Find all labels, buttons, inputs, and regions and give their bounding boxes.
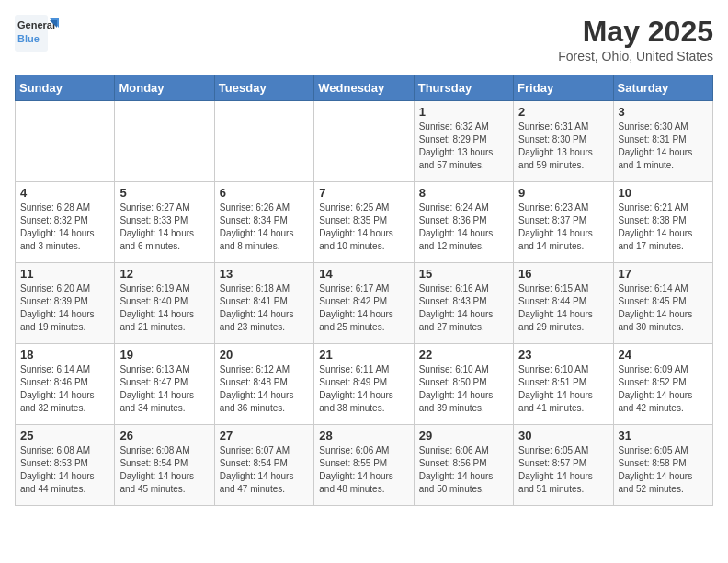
day-info: Sunrise: 6:10 AM Sunset: 8:50 PM Dayligh… bbox=[419, 363, 508, 415]
calendar-cell: 3Sunrise: 6:30 AM Sunset: 8:31 PM Daylig… bbox=[613, 101, 712, 182]
calendar-week-row: 4Sunrise: 6:28 AM Sunset: 8:32 PM Daylig… bbox=[16, 182, 713, 263]
calendar-cell: 8Sunrise: 6:24 AM Sunset: 8:36 PM Daylig… bbox=[414, 182, 513, 263]
day-info: Sunrise: 6:09 AM Sunset: 8:52 PM Dayligh… bbox=[619, 363, 708, 415]
day-number: 16 bbox=[518, 267, 608, 281]
calendar-cell: 9Sunrise: 6:23 AM Sunset: 8:37 PM Daylig… bbox=[514, 182, 613, 263]
day-number: 14 bbox=[319, 267, 408, 281]
calendar-cell: 29Sunrise: 6:06 AM Sunset: 8:56 PM Dayli… bbox=[414, 425, 513, 506]
day-number: 30 bbox=[518, 429, 608, 442]
calendar-cell: 30Sunrise: 6:05 AM Sunset: 8:57 PM Dayli… bbox=[514, 425, 613, 506]
calendar-cell: 2Sunrise: 6:31 AM Sunset: 8:30 PM Daylig… bbox=[514, 101, 613, 182]
calendar-cell: 16Sunrise: 6:15 AM Sunset: 8:44 PM Dayli… bbox=[514, 263, 613, 344]
weekday-header: Saturday bbox=[613, 75, 712, 101]
calendar-week-row: 1Sunrise: 6:32 AM Sunset: 8:29 PM Daylig… bbox=[16, 101, 713, 182]
day-number: 9 bbox=[518, 186, 608, 200]
calendar-cell bbox=[115, 101, 214, 182]
day-number: 3 bbox=[619, 105, 708, 119]
day-info: Sunrise: 6:06 AM Sunset: 8:56 PM Dayligh… bbox=[419, 444, 508, 496]
svg-text:Blue: Blue bbox=[17, 33, 40, 44]
day-info: Sunrise: 6:05 AM Sunset: 8:58 PM Dayligh… bbox=[619, 444, 708, 496]
calendar-cell: 22Sunrise: 6:10 AM Sunset: 8:50 PM Dayli… bbox=[414, 344, 513, 425]
day-number: 6 bbox=[220, 186, 309, 200]
page-header: General Blue May 2025 Forest, Ohio, Unit… bbox=[15, 15, 713, 63]
day-info: Sunrise: 6:19 AM Sunset: 8:40 PM Dayligh… bbox=[119, 282, 209, 334]
day-info: Sunrise: 6:05 AM Sunset: 8:57 PM Dayligh… bbox=[518, 444, 608, 496]
day-info: Sunrise: 6:10 AM Sunset: 8:51 PM Dayligh… bbox=[518, 363, 608, 415]
logo: General Blue bbox=[15, 15, 70, 53]
day-number: 31 bbox=[619, 429, 708, 442]
day-number: 17 bbox=[619, 267, 708, 281]
calendar-week-row: 25Sunrise: 6:08 AM Sunset: 8:53 PM Dayli… bbox=[16, 425, 713, 506]
calendar-cell bbox=[214, 101, 313, 182]
day-number: 29 bbox=[419, 429, 508, 442]
day-number: 19 bbox=[119, 348, 209, 362]
calendar-cell: 1Sunrise: 6:32 AM Sunset: 8:29 PM Daylig… bbox=[414, 101, 513, 182]
day-number: 8 bbox=[419, 186, 508, 200]
calendar-cell: 17Sunrise: 6:14 AM Sunset: 8:45 PM Dayli… bbox=[613, 263, 712, 344]
day-info: Sunrise: 6:21 AM Sunset: 8:38 PM Dayligh… bbox=[619, 201, 708, 253]
day-number: 7 bbox=[319, 186, 408, 200]
weekday-header: Thursday bbox=[414, 75, 513, 101]
calendar-table: SundayMondayTuesdayWednesdayThursdayFrid… bbox=[15, 75, 713, 506]
day-number: 23 bbox=[518, 348, 608, 362]
calendar-cell: 11Sunrise: 6:20 AM Sunset: 8:39 PM Dayli… bbox=[16, 263, 115, 344]
calendar-cell: 31Sunrise: 6:05 AM Sunset: 8:58 PM Dayli… bbox=[613, 425, 712, 506]
calendar-cell: 5Sunrise: 6:27 AM Sunset: 8:33 PM Daylig… bbox=[115, 182, 214, 263]
calendar-cell: 13Sunrise: 6:18 AM Sunset: 8:41 PM Dayli… bbox=[214, 263, 313, 344]
calendar-cell: 15Sunrise: 6:16 AM Sunset: 8:43 PM Dayli… bbox=[414, 263, 513, 344]
location-text: Forest, Ohio, United States bbox=[558, 49, 713, 63]
day-number: 26 bbox=[119, 429, 209, 442]
calendar-cell: 27Sunrise: 6:07 AM Sunset: 8:54 PM Dayli… bbox=[214, 425, 313, 506]
day-info: Sunrise: 6:25 AM Sunset: 8:35 PM Dayligh… bbox=[319, 201, 408, 253]
day-info: Sunrise: 6:14 AM Sunset: 8:45 PM Dayligh… bbox=[619, 282, 708, 334]
day-info: Sunrise: 6:13 AM Sunset: 8:47 PM Dayligh… bbox=[119, 363, 209, 415]
day-number: 21 bbox=[319, 348, 408, 362]
calendar-cell: 10Sunrise: 6:21 AM Sunset: 8:38 PM Dayli… bbox=[613, 182, 712, 263]
calendar-cell: 26Sunrise: 6:08 AM Sunset: 8:54 PM Dayli… bbox=[115, 425, 214, 506]
day-number: 4 bbox=[20, 186, 109, 200]
day-info: Sunrise: 6:23 AM Sunset: 8:37 PM Dayligh… bbox=[518, 201, 608, 253]
day-info: Sunrise: 6:15 AM Sunset: 8:44 PM Dayligh… bbox=[518, 282, 608, 334]
day-info: Sunrise: 6:07 AM Sunset: 8:54 PM Dayligh… bbox=[220, 444, 309, 496]
day-info: Sunrise: 6:26 AM Sunset: 8:34 PM Dayligh… bbox=[220, 201, 309, 253]
day-number: 22 bbox=[419, 348, 508, 362]
day-info: Sunrise: 6:18 AM Sunset: 8:41 PM Dayligh… bbox=[220, 282, 309, 334]
day-info: Sunrise: 6:20 AM Sunset: 8:39 PM Dayligh… bbox=[20, 282, 109, 334]
calendar-week-row: 11Sunrise: 6:20 AM Sunset: 8:39 PM Dayli… bbox=[16, 263, 713, 344]
calendar-cell: 20Sunrise: 6:12 AM Sunset: 8:48 PM Dayli… bbox=[214, 344, 313, 425]
day-info: Sunrise: 6:11 AM Sunset: 8:49 PM Dayligh… bbox=[319, 363, 408, 415]
weekday-header: Wednesday bbox=[314, 75, 414, 101]
day-number: 10 bbox=[619, 186, 708, 200]
weekday-header: Monday bbox=[115, 75, 214, 101]
day-info: Sunrise: 6:24 AM Sunset: 8:36 PM Dayligh… bbox=[419, 201, 508, 253]
calendar-week-row: 18Sunrise: 6:14 AM Sunset: 8:46 PM Dayli… bbox=[16, 344, 713, 425]
day-number: 13 bbox=[220, 267, 309, 281]
calendar-cell: 21Sunrise: 6:11 AM Sunset: 8:49 PM Dayli… bbox=[314, 344, 414, 425]
day-number: 1 bbox=[419, 105, 508, 119]
weekday-header: Friday bbox=[514, 75, 613, 101]
calendar-cell: 24Sunrise: 6:09 AM Sunset: 8:52 PM Dayli… bbox=[613, 344, 712, 425]
day-number: 24 bbox=[619, 348, 708, 362]
calendar-cell: 6Sunrise: 6:26 AM Sunset: 8:34 PM Daylig… bbox=[214, 182, 313, 263]
day-info: Sunrise: 6:30 AM Sunset: 8:31 PM Dayligh… bbox=[619, 121, 708, 172]
logo-svg: General Blue bbox=[15, 15, 70, 53]
month-title: May 2025 bbox=[558, 15, 713, 49]
day-number: 25 bbox=[20, 429, 109, 442]
calendar-cell: 23Sunrise: 6:10 AM Sunset: 8:51 PM Dayli… bbox=[514, 344, 613, 425]
svg-text:General: General bbox=[17, 19, 55, 30]
day-number: 28 bbox=[319, 429, 408, 442]
calendar-cell: 28Sunrise: 6:06 AM Sunset: 8:55 PM Dayli… bbox=[314, 425, 414, 506]
day-info: Sunrise: 6:32 AM Sunset: 8:29 PM Dayligh… bbox=[419, 121, 508, 172]
day-number: 20 bbox=[220, 348, 309, 362]
day-info: Sunrise: 6:16 AM Sunset: 8:43 PM Dayligh… bbox=[419, 282, 508, 334]
weekday-header: Sunday bbox=[16, 75, 115, 101]
calendar-cell: 19Sunrise: 6:13 AM Sunset: 8:47 PM Dayli… bbox=[115, 344, 214, 425]
calendar-cell bbox=[314, 101, 414, 182]
day-info: Sunrise: 6:12 AM Sunset: 8:48 PM Dayligh… bbox=[220, 363, 309, 415]
day-number: 11 bbox=[20, 267, 109, 281]
day-info: Sunrise: 6:14 AM Sunset: 8:46 PM Dayligh… bbox=[20, 363, 109, 415]
calendar-cell: 4Sunrise: 6:28 AM Sunset: 8:32 PM Daylig… bbox=[16, 182, 115, 263]
day-number: 15 bbox=[419, 267, 508, 281]
weekday-header: Tuesday bbox=[214, 75, 313, 101]
day-info: Sunrise: 6:08 AM Sunset: 8:54 PM Dayligh… bbox=[119, 444, 209, 496]
